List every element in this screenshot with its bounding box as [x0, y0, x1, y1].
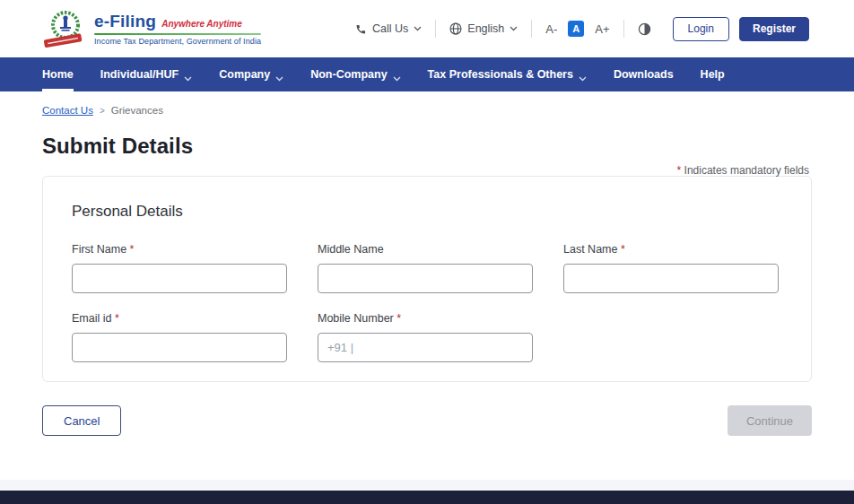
- last-name-input[interactable]: [563, 264, 779, 293]
- font-decrease-button[interactable]: A-: [545, 23, 557, 35]
- form-grid: First Name * Middle Name Last Name * Ema…: [72, 243, 782, 362]
- form-actions: Cancel Continue: [42, 405, 812, 436]
- logo-subtitle: Income Tax Department, Government of Ind…: [94, 37, 261, 46]
- cancel-button[interactable]: Cancel: [42, 405, 121, 436]
- header-utilities: Call Us English A- A A+: [355, 17, 809, 41]
- middle-name-label: Middle Name: [318, 243, 533, 256]
- middle-name-field-group: Middle Name: [318, 243, 533, 293]
- last-name-field-group: Last Name *: [563, 243, 779, 293]
- font-increase-button[interactable]: A+: [595, 23, 609, 35]
- nav-item-individual-huf[interactable]: Individual/HUF: [87, 57, 206, 91]
- brand-name: e-Filing: [94, 12, 156, 31]
- brand-tagline: Anywhere Anytime: [161, 19, 242, 29]
- first-name-input[interactable]: [72, 264, 287, 293]
- chevron-down-icon: [579, 72, 587, 77]
- logo-text: e-Filing Anywhere Anytime Income Tax Dep…: [94, 12, 261, 46]
- main-navbar: Home Individual/HUF Company Non-Company …: [0, 57, 854, 91]
- call-us-menu[interactable]: Call Us: [355, 22, 422, 35]
- call-us-label: Call Us: [372, 22, 408, 35]
- site-logo[interactable]: e-Filing Anywhere Anytime Income Tax Dep…: [42, 7, 261, 50]
- chevron-down-icon: [275, 72, 283, 77]
- section-title: Personal Details: [72, 203, 782, 221]
- mobile-number-label: Mobile Number *: [318, 312, 533, 325]
- nav-item-home[interactable]: Home: [29, 57, 87, 91]
- required-asterisk: *: [396, 312, 401, 325]
- chevron-down-icon: [393, 72, 401, 77]
- font-size-controls: A- A A+: [545, 21, 609, 37]
- globe-icon: [449, 22, 462, 35]
- phone-icon: [355, 23, 367, 35]
- nav-item-help[interactable]: Help: [687, 57, 738, 91]
- middle-name-input[interactable]: [318, 264, 533, 293]
- asterisk: *: [677, 164, 682, 177]
- breadcrumb: Contact Us > Grievances: [42, 105, 854, 116]
- personal-details-card: Personal Details First Name * Middle Nam…: [42, 176, 812, 382]
- email-label: Email id *: [72, 312, 287, 325]
- chevron-down-icon: [414, 26, 422, 31]
- page-title: Submit Details: [42, 134, 854, 159]
- mobile-number-input[interactable]: [318, 333, 533, 362]
- language-label: English: [467, 22, 504, 35]
- mobile-number-field-group: Mobile Number *: [318, 312, 533, 362]
- footer-bar: [0, 491, 854, 504]
- nav-item-company[interactable]: Company: [205, 57, 297, 91]
- required-asterisk: *: [115, 312, 119, 325]
- nav-item-tax-professionals[interactable]: Tax Professionals & Others: [414, 57, 600, 91]
- required-asterisk: *: [130, 243, 135, 256]
- header-divider: [531, 20, 532, 38]
- breadcrumb-separator: >: [100, 106, 105, 116]
- breadcrumb-contact-us-link[interactable]: Contact Us: [42, 105, 93, 116]
- required-asterisk: *: [621, 243, 625, 256]
- national-emblem-icon: [42, 7, 87, 50]
- last-name-label: Last Name *: [563, 243, 779, 256]
- top-header: e-Filing Anywhere Anytime Income Tax Dep…: [0, 0, 854, 57]
- contrast-toggle-icon[interactable]: [638, 22, 651, 36]
- language-menu[interactable]: English: [449, 22, 518, 35]
- continue-button[interactable]: Continue: [728, 405, 812, 436]
- nav-item-downloads[interactable]: Downloads: [600, 57, 687, 91]
- font-normal-button[interactable]: A: [568, 21, 584, 37]
- header-divider: [623, 20, 624, 38]
- pre-footer-band: [0, 480, 854, 491]
- logo-divider: [94, 33, 261, 35]
- email-field-group: Email id *: [72, 312, 287, 362]
- mandatory-fields-note: * Indicates mandatory fields: [677, 164, 809, 177]
- first-name-field-group: First Name *: [72, 243, 287, 293]
- email-input[interactable]: [72, 333, 287, 362]
- nav-item-non-company[interactable]: Non-Company: [297, 57, 414, 91]
- chevron-down-icon: [184, 72, 192, 77]
- header-divider: [435, 20, 436, 38]
- login-button[interactable]: Login: [673, 17, 729, 41]
- first-name-label: First Name *: [72, 243, 287, 256]
- chevron-down-icon: [510, 26, 518, 31]
- register-button[interactable]: Register: [739, 17, 809, 41]
- breadcrumb-current: Grievances: [111, 105, 163, 116]
